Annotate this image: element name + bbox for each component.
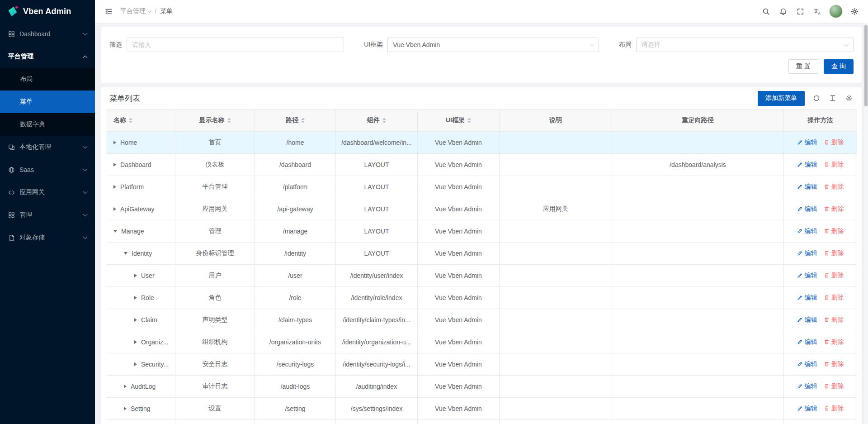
settings-gear-icon[interactable] [849, 6, 860, 17]
column-header-name[interactable]: 名称 [106, 110, 175, 132]
breadcrumb-parent[interactable]: 平台管理 [120, 7, 151, 15]
notification-bell-icon[interactable] [778, 6, 788, 17]
sidebar-item-menu[interactable]: 菜单 [0, 91, 95, 113]
search-icon[interactable] [760, 6, 771, 17]
column-label: 组件 [367, 116, 380, 124]
trash-icon [824, 162, 830, 167]
edit-button[interactable]: 编辑 [797, 382, 817, 391]
delete-button[interactable]: 删除 [824, 294, 844, 302]
collapse-row-icon[interactable] [124, 252, 127, 255]
edit-button[interactable]: 编辑 [797, 360, 817, 368]
collapse-row-icon[interactable] [113, 230, 117, 233]
sort-icon[interactable] [382, 118, 386, 123]
sort-icon[interactable] [301, 118, 305, 123]
sidebar-item-api-gateway[interactable]: 应用网关 [0, 181, 95, 204]
delete-button[interactable]: 删除 [824, 249, 844, 257]
expand-row-icon[interactable] [113, 141, 116, 144]
pencil-icon [797, 339, 803, 345]
sidebar-item-saas[interactable]: Saas [0, 158, 95, 181]
sidebar-item-platform-management[interactable]: 平台管理 [0, 45, 95, 68]
table-settings-gear-icon[interactable] [844, 94, 854, 103]
expand-row-icon[interactable] [134, 274, 137, 277]
delete-button[interactable]: 删除 [824, 161, 844, 169]
delete-button[interactable]: 删除 [824, 338, 844, 346]
pencil-icon [797, 405, 803, 411]
column-header-path[interactable]: 路径 [255, 110, 336, 132]
expand-row-icon[interactable] [124, 407, 127, 410]
delete-button[interactable]: 删除 [824, 382, 844, 391]
row-name-text: Dashboard [120, 161, 151, 168]
cell-description: 应用网关 [500, 198, 612, 220]
edit-button[interactable]: 编辑 [797, 316, 817, 324]
sort-icon[interactable] [467, 118, 471, 123]
edit-label: 编辑 [805, 338, 817, 346]
edit-button[interactable]: 编辑 [797, 138, 817, 147]
expand-row-icon[interactable] [134, 296, 137, 300]
expand-row-icon[interactable] [113, 185, 116, 189]
delete-button[interactable]: 删除 [824, 227, 844, 235]
expand-row-icon[interactable] [134, 340, 137, 344]
edit-button[interactable]: 编辑 [797, 161, 817, 169]
trash-icon [824, 317, 830, 323]
sort-icon[interactable] [227, 118, 231, 123]
edit-button[interactable]: 编辑 [797, 205, 817, 213]
cell-empty [106, 420, 175, 424]
edit-label: 编辑 [805, 294, 817, 302]
expand-row-icon[interactable] [113, 163, 116, 167]
scrollbar-track[interactable] [864, 23, 868, 424]
column-header-display-name[interactable]: 显示名称 [175, 110, 255, 132]
column-label: 显示名称 [199, 116, 225, 124]
delete-button[interactable]: 删除 [824, 360, 844, 368]
menu-fold-icon[interactable] [103, 6, 114, 17]
app-logo[interactable]: Vben Admin [0, 0, 95, 23]
cell-redirect-path [612, 176, 784, 198]
translate-icon[interactable]: 文 A [812, 6, 823, 17]
fullscreen-icon[interactable] [795, 6, 806, 17]
delete-button[interactable]: 删除 [824, 138, 844, 147]
delete-button[interactable]: 删除 [824, 183, 844, 191]
sort-icon[interactable] [129, 118, 132, 123]
sidebar-item-data-dictionary[interactable]: 数据字典 [0, 113, 95, 136]
edit-button[interactable]: 编辑 [797, 227, 817, 235]
cell-display-name: 安全日志 [175, 353, 255, 376]
refresh-icon[interactable] [812, 94, 821, 103]
sidebar-item-object-storage[interactable]: 对象存储 [0, 226, 95, 249]
cell-display-name: 首页 [175, 132, 255, 154]
row-height-icon[interactable] [828, 94, 837, 103]
edit-button[interactable]: 编辑 [797, 249, 817, 257]
filter-input[interactable] [127, 38, 344, 52]
column-header-ui-framework[interactable]: UI框架 [418, 110, 500, 132]
delete-button[interactable]: 删除 [824, 316, 844, 324]
delete-button[interactable]: 删除 [824, 205, 844, 213]
expand-row-icon[interactable] [113, 207, 116, 211]
ui-framework-select[interactable]: Vue Vben Admin [387, 38, 599, 52]
expand-row-icon[interactable] [134, 362, 137, 366]
reset-button[interactable]: 重 置 [788, 59, 818, 74]
delete-button[interactable]: 删除 [824, 405, 844, 413]
sidebar-item-localization[interactable]: 本地化管理 [0, 136, 95, 158]
sidebar-item-manage[interactable]: 管理 [0, 204, 95, 226]
edit-button[interactable]: 编辑 [797, 294, 817, 302]
expand-row-icon[interactable] [124, 385, 127, 388]
cell-ui-framework: Vue Vben Admin [418, 243, 500, 265]
sidebar-item-dashboard[interactable]: Dashboard [0, 23, 95, 45]
expand-row-icon[interactable] [134, 318, 137, 322]
sidebar-item-label: 对象存储 [19, 233, 84, 242]
layout-select[interactable]: 请选择 [636, 38, 854, 52]
add-menu-button[interactable]: 添加新菜单 [758, 91, 805, 106]
sidebar-item-layout[interactable]: 布局 [0, 68, 95, 91]
chevron-down-icon [844, 42, 849, 47]
edit-button[interactable]: 编辑 [797, 183, 817, 191]
edit-button[interactable]: 编辑 [797, 405, 817, 413]
query-button[interactable]: 查 询 [824, 59, 854, 74]
cell-empty [336, 420, 418, 424]
column-header-component[interactable]: 组件 [336, 110, 418, 132]
edit-label: 编辑 [805, 161, 817, 169]
delete-button[interactable]: 删除 [824, 272, 844, 280]
edit-button[interactable]: 编辑 [797, 272, 817, 280]
scrollbar-thumb[interactable] [864, 25, 868, 106]
edit-button[interactable]: 编辑 [797, 338, 817, 346]
avatar[interactable] [829, 5, 843, 18]
delete-label: 删除 [831, 294, 844, 302]
delete-label: 删除 [831, 360, 844, 368]
